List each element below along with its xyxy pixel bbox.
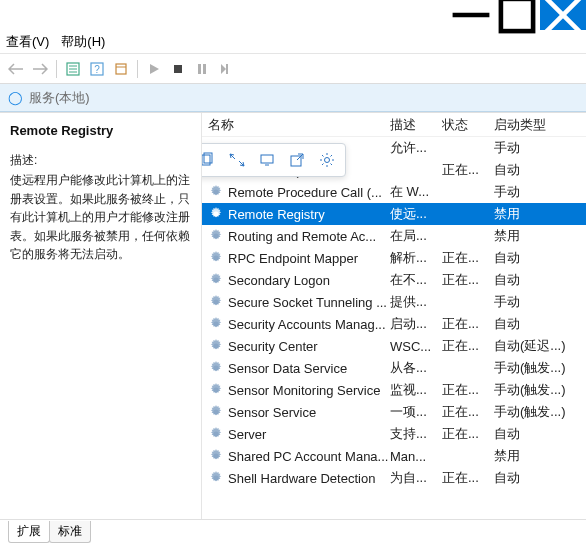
service-status-cell: 正在... bbox=[442, 271, 494, 289]
service-desc-cell: 一项... bbox=[390, 403, 442, 421]
service-row[interactable]: Routing and Remote Ac...在局...禁用 bbox=[202, 225, 586, 247]
col-startup[interactable]: 启动类型 bbox=[494, 116, 586, 134]
help-icon[interactable]: ? bbox=[87, 59, 107, 79]
service-desc-cell: 在局... bbox=[390, 227, 442, 245]
service-desc-cell: 解析... bbox=[390, 249, 442, 267]
tab-extended[interactable]: 扩展 bbox=[8, 521, 50, 543]
gear-icon bbox=[208, 206, 224, 222]
service-name-cell: Security Accounts Manag... bbox=[228, 317, 390, 332]
service-desc-cell: 使远... bbox=[390, 205, 442, 223]
svg-rect-1 bbox=[501, 0, 533, 31]
menu-view[interactable]: 查看(V) bbox=[6, 33, 49, 51]
service-name-cell: Sensor Monitoring Service bbox=[228, 383, 390, 398]
service-desc-cell: 监视... bbox=[390, 381, 442, 399]
svg-rect-14 bbox=[198, 64, 201, 74]
minimize-button[interactable] bbox=[448, 0, 494, 30]
export-icon[interactable] bbox=[111, 59, 131, 79]
service-desc-cell: 支持... bbox=[390, 425, 442, 443]
pause-icon[interactable] bbox=[192, 59, 212, 79]
service-name-cell: Remote Procedure Call (... bbox=[228, 185, 390, 200]
back-icon[interactable] bbox=[6, 59, 26, 79]
service-desc-cell: 在 W... bbox=[390, 183, 442, 201]
service-startup-cell: 手动 bbox=[494, 183, 586, 201]
gear-icon bbox=[208, 228, 224, 244]
service-startup-cell: 手动 bbox=[494, 293, 586, 311]
service-desc-cell: 允许... bbox=[390, 139, 442, 157]
tab-standard[interactable]: 标准 bbox=[49, 521, 91, 543]
floating-toolbar bbox=[202, 143, 346, 177]
service-name-cell: Server bbox=[228, 427, 390, 442]
copy-icon[interactable] bbox=[202, 148, 221, 172]
service-row[interactable]: Shared PC Account Mana...Man...禁用 bbox=[202, 445, 586, 467]
col-status[interactable]: 状态 bbox=[442, 116, 494, 134]
service-row[interactable]: Security CenterWSC...正在...自动(延迟...) bbox=[202, 335, 586, 357]
service-row[interactable]: Sensor Data Service从各...手动(触发...) bbox=[202, 357, 586, 379]
service-startup-cell: 手动 bbox=[494, 139, 586, 157]
svg-rect-20 bbox=[261, 155, 273, 163]
svg-rect-15 bbox=[203, 64, 206, 74]
service-desc-cell: Man... bbox=[390, 449, 442, 464]
svg-rect-17 bbox=[226, 64, 228, 74]
gear-icon bbox=[208, 382, 224, 398]
service-row[interactable]: RPC Endpoint Mapper解析...正在...自动 bbox=[202, 247, 586, 269]
service-status-cell: 正在... bbox=[442, 425, 494, 443]
expand-icon[interactable] bbox=[223, 148, 251, 172]
forward-icon[interactable] bbox=[30, 59, 50, 79]
properties-icon[interactable] bbox=[63, 59, 83, 79]
service-startup-cell: 自动 bbox=[494, 425, 586, 443]
service-name-cell: Routing and Remote Ac... bbox=[228, 229, 390, 244]
service-startup-cell: 禁用 bbox=[494, 447, 586, 465]
service-name-cell: Sensor Service bbox=[228, 405, 390, 420]
service-name-cell: Shell Hardware Detection bbox=[228, 471, 390, 486]
service-row[interactable]: Security Accounts Manag...启动...正在...自动 bbox=[202, 313, 586, 335]
column-headers[interactable]: 名称 描述 状态 启动类型 bbox=[202, 113, 586, 137]
service-desc-cell: 在不... bbox=[390, 271, 442, 289]
service-startup-cell: 手动(触发...) bbox=[494, 381, 586, 399]
service-row[interactable]: Secure Socket Tunneling ...提供...手动 bbox=[202, 291, 586, 313]
col-desc[interactable]: 描述 bbox=[390, 116, 442, 134]
service-status-cell: 正在... bbox=[442, 315, 494, 333]
service-startup-cell: 禁用 bbox=[494, 205, 586, 223]
services-rows[interactable]: p Servic...允许...手动...dure Call (...正在...… bbox=[202, 137, 586, 519]
bottom-tabs: 扩展 标准 bbox=[0, 519, 586, 543]
play-icon[interactable] bbox=[144, 59, 164, 79]
main-toolbar: ? bbox=[0, 54, 586, 84]
service-row[interactable]: Sensor Service一项...正在...手动(触发...) bbox=[202, 401, 586, 423]
service-desc-cell: 提供... bbox=[390, 293, 442, 311]
service-startup-cell: 禁用 bbox=[494, 227, 586, 245]
service-status-cell: 正在... bbox=[442, 161, 494, 179]
service-row[interactable]: Remote Procedure Call (...在 W...手动 bbox=[202, 181, 586, 203]
gear-icon bbox=[208, 250, 224, 266]
menu-help[interactable]: 帮助(H) bbox=[61, 33, 105, 51]
service-status-cell: 正在... bbox=[442, 381, 494, 399]
settings-icon[interactable] bbox=[313, 148, 341, 172]
svg-rect-10 bbox=[116, 64, 126, 74]
service-row[interactable]: Shell Hardware Detection为自...正在...自动 bbox=[202, 467, 586, 489]
service-desc-cell: 启动... bbox=[390, 315, 442, 333]
service-status-cell: 正在... bbox=[442, 403, 494, 421]
restart-icon[interactable] bbox=[216, 59, 236, 79]
service-name-cell: Secure Socket Tunneling ... bbox=[228, 295, 390, 310]
selected-service-name: Remote Registry bbox=[10, 123, 191, 138]
service-row[interactable]: Sensor Monitoring Service监视...正在...手动(触发… bbox=[202, 379, 586, 401]
maximize-button[interactable] bbox=[494, 0, 540, 30]
monitor-icon[interactable] bbox=[253, 148, 281, 172]
svg-marker-12 bbox=[150, 64, 159, 74]
service-row[interactable]: Secondary Logon在不...正在...自动 bbox=[202, 269, 586, 291]
close-button[interactable] bbox=[540, 0, 586, 30]
service-row[interactable]: Remote Registry使远...禁用 bbox=[202, 203, 586, 225]
service-startup-cell: 手动(触发...) bbox=[494, 359, 586, 377]
window-titlebar bbox=[0, 0, 586, 30]
gear-icon bbox=[208, 404, 224, 420]
service-status-cell: 正在... bbox=[442, 337, 494, 355]
service-row[interactable]: Server支持...正在...自动 bbox=[202, 423, 586, 445]
tab-label: 服务(本地) bbox=[29, 89, 90, 107]
service-startup-cell: 自动 bbox=[494, 161, 586, 179]
share-icon[interactable] bbox=[283, 148, 311, 172]
stop-icon[interactable] bbox=[168, 59, 188, 79]
description-label: 描述: bbox=[10, 152, 191, 169]
col-name[interactable]: 名称 bbox=[208, 116, 390, 134]
gear-icon bbox=[208, 294, 224, 310]
service-startup-cell: 自动 bbox=[494, 469, 586, 487]
gear-icon bbox=[208, 338, 224, 354]
